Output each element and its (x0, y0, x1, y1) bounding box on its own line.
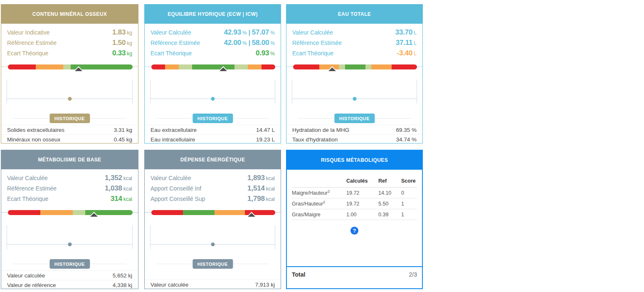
risk-score-value: 0 (401, 190, 417, 196)
stat-label: Apport Conseillé Sup (151, 195, 205, 202)
chart-axis-line (417, 79, 417, 104)
chart-point[interactable] (68, 97, 72, 101)
risk-ref-value: 0.39 (378, 212, 401, 218)
stat-unit: kcal (123, 176, 132, 181)
card-header: RISQUES MÉTABOLIQUES (287, 151, 422, 170)
stat-number: 58.00 (252, 39, 269, 47)
stat-row: Valeur Calculée 42.93%|57.07% (151, 27, 275, 37)
chart-point[interactable] (68, 243, 72, 246)
card-risques-metaboliques: RISQUES MÉTABOLIQUES Calculés Ref Score … (286, 150, 423, 289)
card-title: MÉTABOLISME DE BASE (38, 157, 101, 163)
stat-label: Apport Conseillé Inf (151, 185, 201, 192)
stat-number: 37.11 (396, 39, 413, 47)
stat-value: 1,038kcal (105, 184, 132, 193)
history-chart (1, 220, 138, 249)
risk-table-row: Maigre/Hauteur2 19.72 14.10 0 (292, 188, 417, 198)
stat-unit: % (270, 40, 275, 46)
stat-number: 1,038 (105, 184, 122, 193)
chart-point[interactable] (353, 97, 356, 101)
risk-score-value: 1 (401, 201, 417, 207)
footer-value: 3.31 kg (114, 127, 132, 133)
chart-axis-line (7, 225, 7, 249)
stat-number: 42.93 (224, 28, 242, 37)
stat-value: 1.83kg (112, 28, 132, 37)
stats-section: Valeur Calculée 1,352kcal Référence Esti… (1, 169, 138, 207)
historique-button[interactable]: HISTORIQUE (334, 114, 375, 123)
chart-axis-line (292, 79, 292, 104)
stat-unit: kcal (123, 186, 132, 192)
stat-number: 0.93 (256, 49, 269, 57)
history-chart (1, 74, 138, 104)
chart-axis-line (7, 79, 7, 104)
footer-label: Eau intracellulaire (151, 136, 195, 143)
stat-unit: kg (127, 51, 132, 57)
stat-row: Ecart Théorique 0.33kg (7, 48, 132, 58)
gauge-bar (8, 210, 133, 215)
historique-section: HISTORIQUE (145, 104, 281, 125)
stat-number: 314 (111, 195, 122, 203)
historique-button[interactable]: HISTORIQUE (49, 114, 90, 123)
range-gauge (145, 207, 281, 220)
footer-value: 7,913 kj (255, 282, 275, 288)
risk-calc-value: 1.00 (346, 212, 378, 218)
stat-label: Ecart Théorique (7, 195, 48, 202)
footer-row: Eau extracellulaire 14.47 L (145, 125, 281, 134)
column-header-calcules: Calculés (346, 178, 378, 184)
historique-button[interactable]: HISTORIQUE (49, 259, 90, 269)
stat-row: Valeur Calculée 1,352kcal (7, 173, 132, 183)
stat-value: 1,798kcal (247, 195, 275, 203)
stat-number: 1,798 (247, 195, 265, 203)
range-gauge (1, 207, 138, 220)
stat-value: 0.33kg (112, 49, 132, 57)
chart-point[interactable] (211, 97, 215, 101)
stat-unit: kcal (266, 176, 275, 181)
gauge-marker-icon (220, 67, 227, 71)
footer-row: Valeur calculée 5,652 kj (1, 270, 138, 280)
total-label: Total (292, 271, 305, 278)
card-header: MÉTABOLISME DE BASE (1, 150, 138, 169)
stat-label: Ecart Théorique (7, 50, 48, 57)
footer-label: Minéraux non osseux (7, 136, 60, 143)
column-header-score: Score (401, 178, 417, 184)
stats-section: Valeur Calculée 1,893kcal Apport Conseil… (145, 169, 281, 207)
historique-button[interactable]: HISTORIQUE (192, 259, 233, 269)
help-icon[interactable]: ? (350, 227, 358, 235)
gauge-marker-icon (328, 67, 336, 71)
footer-value: 4,338 kj (113, 282, 132, 288)
footer-row: Valeur calculée 7,913 kj (145, 280, 281, 289)
card-title: DÉPENSE ÉNERGÉTIQUE (180, 157, 245, 163)
stat-value: 1,352kcal (105, 174, 132, 182)
card-header: EAU TOTALE (286, 5, 422, 24)
range-gauge (1, 61, 138, 74)
stat-label: Référence Estimée (7, 185, 57, 192)
stat-unit: % (242, 40, 247, 46)
footer-value: 19.23 L (256, 136, 275, 143)
stat-row: Valeur Calculée 1,893kcal (151, 173, 275, 183)
footer-row: Minéraux non osseux 0.45 kg (1, 134, 138, 144)
stat-value: 1,893kcal (247, 174, 275, 182)
card-title: EAU TOTALE (338, 11, 371, 17)
history-chart (286, 74, 422, 104)
risk-label: Maigre/Hauteur2 (292, 189, 346, 196)
stat-row: Apport Conseillé Sup 1,798kcal (151, 193, 275, 204)
card-title: RISQUES MÉTABOLIQUES (321, 157, 388, 163)
risk-table-row: Gras/Maigre 1.00 0.39 1 (292, 209, 417, 220)
card-title: EQUILIBRE HYDRIQUE (ECW | ICW) (168, 11, 258, 17)
risk-table: Calculés Ref Score Maigre/Hauteur2 19.72… (287, 170, 422, 220)
stat-unit: L (414, 30, 417, 36)
stat-unit: kg (127, 40, 132, 46)
range-gauge (145, 61, 281, 74)
stat-row: Ecart Théorique -3.40L (292, 48, 417, 58)
range-gauge (286, 61, 422, 74)
history-chart (145, 220, 281, 249)
card-footer: Valeur calculée 7,913 kj (145, 270, 281, 289)
footer-value: 14.47 L (256, 127, 275, 133)
historique-button[interactable]: HISTORIQUE (192, 114, 233, 123)
chart-axis-line (150, 225, 151, 249)
risk-calc-value: 19.72 (346, 201, 378, 207)
footer-row: Valeur de référence 4,338 kj (1, 280, 138, 290)
risk-table-row: Gras/Hauteur2 19.72 5.50 1 (292, 198, 417, 209)
stats-section: Valeur Indicative 1.83kg Référence Estim… (1, 24, 138, 61)
chart-point[interactable] (211, 243, 215, 246)
stat-number: 1,893 (247, 174, 265, 182)
